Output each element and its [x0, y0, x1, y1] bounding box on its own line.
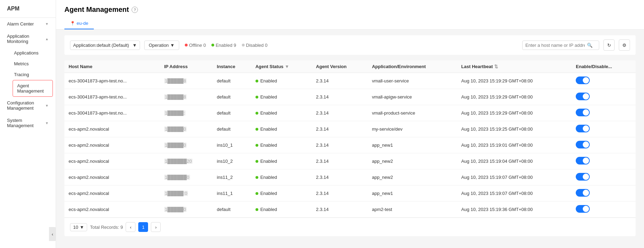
table-row: ecs-apm2.novalocal 1██████20 ins10_2 Ena… — [64, 153, 636, 169]
operation-button[interactable]: Operation ▼ — [144, 41, 179, 50]
sidebar-item-config-management[interactable]: Configuration Management ▼ — [0, 97, 56, 114]
cell-toggle[interactable] — [572, 137, 636, 153]
sidebar-item-agent-management[interactable]: Agent Management — [13, 80, 53, 97]
cell-status: Enabled — [251, 169, 312, 185]
settings-button[interactable]: ⚙ — [619, 39, 630, 51]
location-icon: 📍 — [70, 21, 75, 26]
enable-toggle[interactable] — [576, 141, 590, 148]
refresh-button[interactable]: ↻ — [603, 39, 615, 51]
cell-hostname: ecs-apm2.novalocal — [64, 202, 160, 218]
cell-status: Enabled — [251, 185, 312, 202]
cell-hostname: ecs-apm2.novalocal — [64, 153, 160, 169]
enable-toggle[interactable] — [576, 93, 590, 100]
cell-ip: 1█████8 — [160, 89, 213, 105]
sidebar-item-tracing[interactable]: Tracing — [10, 69, 56, 80]
enabled-status: Enabled 9 — [211, 43, 236, 48]
sidebar-collapse-button[interactable]: ‹ — [49, 227, 56, 241]
page-size-arrow: ▼ — [79, 225, 84, 230]
agents-table-wrapper: Host Name IP Address Instance Agent Stat… — [64, 60, 636, 236]
filter-icon[interactable]: ▼ — [285, 64, 289, 69]
search-input[interactable] — [525, 43, 585, 48]
col-heartbeat: Last Heartbeat ⇅ — [457, 60, 572, 73]
cell-heartbeat: Aug 10, 2023 15:19:25 GMT+08:00 — [457, 121, 572, 137]
cell-hostname: ecs-apm2.novalocal — [64, 169, 160, 185]
table-row: ecs-apm2.novalocal 1█████0 default Enabl… — [64, 121, 636, 137]
table-row: ecs-30041873-apm-test.no... 1█████8 defa… — [64, 73, 636, 89]
table-row: ecs-30041873-apm-test.no... 1█████8 defa… — [64, 89, 636, 105]
enable-toggle[interactable] — [576, 157, 590, 165]
cell-toggle[interactable] — [572, 202, 636, 218]
cell-status: Enabled — [251, 105, 312, 121]
page-1-button[interactable]: 1 — [138, 222, 148, 232]
cell-heartbeat: Aug 10, 2023 15:19:01 GMT+08:00 — [457, 137, 572, 153]
cell-app-env: apm2-test — [368, 202, 457, 218]
tab-eu-de[interactable]: 📍 eu-de — [64, 18, 94, 29]
cell-heartbeat: Aug 10, 2023 15:19:36 GMT+08:00 — [457, 202, 572, 218]
search-box: 🔍 — [522, 41, 599, 50]
cell-instance: ins10_1 — [213, 137, 251, 153]
search-icon[interactable]: 🔍 — [587, 43, 593, 48]
arrow-icon: ▼ — [45, 22, 49, 26]
cell-hostname: ecs-30041873-apm-test.no... — [64, 89, 160, 105]
toolbar: Application:default (Default) ▼ Operatio… — [64, 35, 636, 55]
offline-dot — [185, 44, 188, 46]
cell-app-env: my-service/dev — [368, 121, 457, 137]
enable-toggle[interactable] — [576, 76, 590, 84]
cell-ip: 1█████0 — [160, 121, 213, 137]
cell-version: 2.3.14 — [312, 121, 368, 137]
cell-hostname: ecs-30041873-apm-test.no... — [64, 73, 160, 89]
enable-toggle[interactable] — [576, 125, 590, 132]
enable-toggle[interactable] — [576, 205, 590, 213]
cell-instance: ins11_2 — [213, 169, 251, 185]
table-row: ecs-apm2.novalocal 1██████0 ins11_2 Enab… — [64, 169, 636, 185]
cell-ip: 1██████20 — [160, 153, 213, 169]
cell-heartbeat: Aug 10, 2023 15:19:29 GMT+08:00 — [457, 89, 572, 105]
cell-hostname: ecs-apm2.novalocal — [64, 185, 160, 202]
cell-ip: 1█████0 — [160, 202, 213, 218]
prev-page-button[interactable]: ‹ — [126, 222, 135, 232]
cell-toggle[interactable] — [572, 89, 636, 105]
status-group: Offline 0 Enabled 9 Disabled 0 — [185, 43, 267, 48]
cell-toggle[interactable] — [572, 153, 636, 169]
cell-status: Enabled — [251, 202, 312, 218]
sidebar-item-app-monitoring[interactable]: Application Monitoring ▲ — [0, 30, 56, 48]
cell-instance: ins11_1 — [213, 185, 251, 202]
agents-table: Host Name IP Address Instance Agent Stat… — [64, 60, 636, 218]
application-dropdown[interactable]: Application:default (Default) ▼ — [70, 41, 140, 50]
help-icon[interactable]: ? — [132, 7, 138, 13]
cell-version: 2.3.14 — [312, 153, 368, 169]
cell-app-env: vmall-product-service — [368, 105, 457, 121]
cell-ip: 1██████0 — [160, 169, 213, 185]
cell-ip: 1█████: — [160, 105, 213, 121]
cell-toggle[interactable] — [572, 73, 636, 89]
enabled-dot — [211, 44, 214, 46]
sidebar-item-system-management[interactable]: System Management ▼ — [0, 114, 56, 132]
cell-instance: default — [213, 202, 251, 218]
cell-toggle[interactable] — [572, 121, 636, 137]
col-instance: Instance — [213, 60, 251, 73]
cell-ip: 1█████:0 — [160, 185, 213, 202]
cell-toggle[interactable] — [572, 105, 636, 121]
enable-toggle[interactable] — [576, 109, 590, 116]
cell-toggle[interactable] — [572, 185, 636, 202]
next-page-button[interactable]: › — [151, 222, 161, 232]
cell-toggle[interactable] — [572, 169, 636, 185]
enable-toggle[interactable] — [576, 173, 590, 181]
refresh-icon: ↻ — [607, 43, 611, 48]
enable-toggle[interactable] — [576, 189, 590, 197]
pagination: 10 ▼ Total Records: 9 ‹ 1 › — [64, 218, 636, 236]
disabled-status: Disabled 0 — [242, 43, 267, 48]
sidebar-item-metrics[interactable]: Metrics — [10, 58, 56, 69]
page-size-select[interactable]: 10 ▼ — [70, 223, 87, 231]
cell-status: Enabled — [251, 73, 312, 89]
cell-app-env: app_new2 — [368, 169, 457, 185]
cell-hostname: ecs-apm2.novalocal — [64, 121, 160, 137]
col-ip: IP Address — [160, 60, 213, 73]
sidebar-item-alarm-center[interactable]: Alarm Center ▼ — [0, 18, 56, 30]
sidebar-item-applications[interactable]: Applications — [10, 48, 56, 58]
cell-status: Enabled — [251, 89, 312, 105]
disabled-dot — [242, 44, 245, 46]
table-header-row: Host Name IP Address Instance Agent Stat… — [64, 60, 636, 73]
cell-app-env: vmall-user-service — [368, 73, 457, 89]
sort-icon[interactable]: ⇅ — [494, 64, 498, 69]
